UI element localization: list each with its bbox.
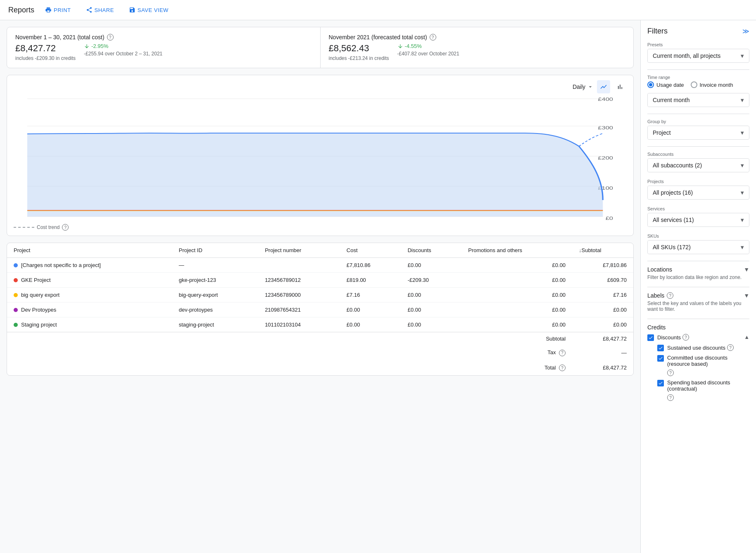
presets-select[interactable]: Current month, all projects — [648, 49, 749, 62]
table-row: Dev Protoypes dev-protoypes 210987654321… — [7, 303, 633, 317]
cell-subtotal-2: £7.16 — [572, 288, 633, 303]
locations-collapse-btn[interactable]: ▼ — [744, 266, 749, 273]
divider4 — [647, 261, 749, 261]
labels-collapse-btn[interactable]: ▼ — [744, 292, 749, 299]
skus-select[interactable]: All SKUs (172) — [648, 241, 749, 254]
share-label: SHARE — [95, 7, 114, 13]
invoice-month-radio[interactable] — [691, 81, 697, 88]
cell-cost-1: £819.00 — [340, 273, 401, 288]
save-view-label: SAVE VIEW — [138, 7, 169, 13]
share-icon — [86, 7, 93, 13]
summary-actual-left: £8,427.72 includes -£209.30 in credits — [15, 43, 76, 61]
summary-row: November 1 – 30, 2021 (total cost) ? £8,… — [7, 27, 634, 68]
chevron-down-icon — [587, 83, 594, 90]
total-value: £8,427.72 — [572, 360, 633, 376]
summary-actual-right: -2.95% -£255.94 over October 2 – 31, 202… — [84, 43, 162, 57]
committed-use-checkbox[interactable] — [657, 355, 664, 362]
discounts-checkbox[interactable] — [647, 334, 654, 341]
print-button[interactable]: PRINT — [41, 4, 75, 16]
discounts-collapse-btn[interactable]: ▲ — [744, 334, 749, 340]
cell-subtotal-1: £609.70 — [572, 273, 633, 288]
sustained-use-row: Sustained use discounts ? — [657, 344, 749, 351]
cell-project-2: big query export — [7, 288, 172, 303]
summary-forecast-right: -4.55% -£407.82 over October 2021 — [397, 43, 459, 57]
cell-discounts-2: £0.00 — [401, 288, 462, 303]
actual-change-pct: -2.95% — [84, 43, 162, 49]
cell-project-id-4: staging-project — [172, 317, 258, 332]
help-icon-discounts[interactable]: ? — [682, 334, 689, 341]
projects-select[interactable]: All projects (16) — [648, 186, 749, 199]
forecast-change-text: -£407.82 over October 2021 — [397, 51, 459, 57]
content-area: November 1 – 30, 2021 (total cost) ? £8,… — [0, 20, 640, 553]
project-dot-2 — [14, 293, 18, 297]
help-icon-committed[interactable]: ? — [667, 369, 674, 376]
usage-date-radio[interactable] — [647, 81, 654, 88]
divider3 — [647, 146, 749, 147]
subtotal-label: Subtotal — [7, 332, 572, 346]
line-chart-button[interactable] — [597, 80, 610, 93]
col-project: Project — [7, 243, 172, 258]
usage-date-option[interactable]: Usage date — [647, 81, 684, 88]
help-icon-cost-trend[interactable]: ? — [62, 224, 69, 231]
col-project-id: Project ID — [172, 243, 258, 258]
cell-project-id-0: — — [172, 258, 258, 273]
help-icon-spending[interactable]: ? — [667, 394, 674, 401]
help-icon-total[interactable]: ? — [559, 365, 566, 371]
project-dot-0 — [14, 263, 18, 267]
spending-based-row: Spending based discounts (contractual) ? — [657, 379, 749, 401]
cell-promotions-3: £0.00 — [461, 303, 572, 317]
presets-select-wrapper: Current month, all projects ▼ — [647, 49, 749, 63]
col-project-number: Project number — [258, 243, 340, 258]
cell-discounts-3: £0.00 — [401, 303, 462, 317]
col-promotions: Promotions and others — [461, 243, 572, 258]
project-dot-3 — [14, 308, 18, 312]
page-title: Reports — [8, 6, 34, 14]
sustained-use-checkbox[interactable] — [657, 345, 664, 351]
current-month-select[interactable]: Current month — [648, 93, 749, 107]
projects-table: Project Project ID Project number Cost D… — [7, 243, 633, 375]
cell-project-number-1: 123456789012 — [258, 273, 340, 288]
share-button[interactable]: SHARE — [82, 4, 118, 16]
divider6 — [647, 319, 749, 319]
services-filter-label: Services — [647, 206, 749, 211]
group-by-select[interactable]: Project — [648, 126, 749, 139]
expand-panel-button[interactable]: ≫ — [742, 27, 749, 35]
actual-change-text: -£255.94 over October 2 – 31, 2021 — [84, 51, 162, 57]
skus-select-wrapper: All SKUs (172) ▼ — [647, 240, 749, 254]
cost-chart: £0 £100 £200 £300 £400 — [14, 97, 627, 221]
locations-sub: Filter by location data like region and … — [647, 274, 749, 280]
group-by-label: Group by — [647, 119, 749, 124]
bar-chart-button[interactable] — [613, 80, 627, 93]
save-view-button[interactable]: SAVE VIEW — [125, 4, 173, 16]
daily-select[interactable]: Daily — [573, 83, 594, 90]
help-icon-labels[interactable]: ? — [667, 292, 673, 299]
discounts-label: Discounts ? — [657, 334, 689, 341]
locations-title[interactable]: Locations ▼ — [647, 266, 749, 273]
actual-credits: includes -£209.30 in credits — [15, 55, 76, 61]
filters-panel: Filters ≫ Presets Current month, all pro… — [640, 20, 756, 553]
help-icon-forecast[interactable]: ? — [430, 34, 436, 41]
services-select[interactable]: All services (11) — [648, 213, 749, 226]
credits-section: Credits Discounts ? ▲ Sustained use — [647, 324, 749, 401]
divider2 — [647, 114, 749, 114]
labels-title[interactable]: Labels ? ▼ — [647, 292, 749, 299]
cell-project-number-4: 101102103104 — [258, 317, 340, 332]
help-icon-actual[interactable]: ? — [107, 34, 114, 41]
subaccounts-select[interactable]: All subaccounts (2) — [648, 159, 749, 172]
time-range-section: Time range Usage date Invoice month Curr… — [647, 75, 749, 107]
group-by-section: Group by Project ▼ — [647, 119, 749, 140]
spending-based-checkbox[interactable] — [657, 380, 664, 386]
invoice-month-option[interactable]: Invoice month — [691, 81, 733, 88]
cell-project-number-0 — [258, 258, 340, 273]
main-layout: November 1 – 30, 2021 (total cost) ? £8,… — [0, 20, 756, 553]
cell-project-number-2: 123456789000 — [258, 288, 340, 303]
summary-card-forecast-title: November 2021 (forecasted total cost) ? — [329, 34, 625, 41]
locations-section: Locations ▼ Filter by location data like… — [647, 266, 749, 280]
chart-controls: Daily — [14, 80, 627, 93]
help-icon-tax[interactable]: ? — [559, 350, 566, 356]
discounts-row: Discounts ? ▲ — [647, 334, 749, 341]
cell-project-4: Staging project — [7, 317, 172, 332]
bar-chart-icon — [616, 83, 624, 91]
help-icon-sustained[interactable]: ? — [727, 344, 734, 351]
cell-cost-4: £0.00 — [340, 317, 401, 332]
